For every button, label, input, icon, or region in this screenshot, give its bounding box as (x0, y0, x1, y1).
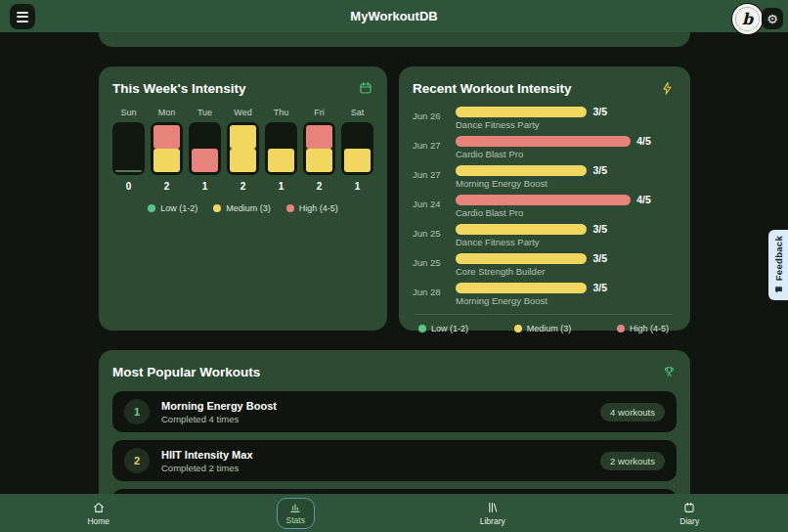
recent-row: Jun 26 3/5 Dance Fitness Party (413, 106, 675, 130)
nav-item-home[interactable]: Home (0, 494, 197, 532)
recent-card-title: Recent Workout Intensity (413, 81, 572, 96)
divider (415, 314, 673, 315)
calendar-icon (358, 80, 373, 96)
recent-row: Jun 27 3/5 Morning Energy Boost (413, 164, 675, 189)
day-bar-sat (341, 122, 373, 175)
day-bar-tue (189, 122, 221, 175)
popular-card-title: Most Popular Workouts (112, 365, 260, 379)
rating-bar (456, 224, 587, 235)
feedback-label: Feedback (773, 236, 784, 281)
rating-bar (456, 136, 631, 147)
rating-bar (456, 165, 587, 176)
day-bar-fri (303, 122, 335, 175)
bottom-nav: Home Stats Library Diary (0, 494, 788, 532)
day-bar-sun (112, 122, 145, 175)
feedback-chat-icon (774, 286, 783, 294)
trophy-icon (661, 364, 677, 379)
settings-gear-icon[interactable]: ⚙ (762, 8, 783, 29)
high-dot (617, 325, 625, 332)
day-column: Thu 1 (265, 108, 297, 192)
recent-intensity-card: Recent Workout Intensity Jun 26 3/5 Danc… (399, 66, 690, 331)
recent-bar-chart: Jun 26 3/5 Dance Fitness Party Jun 27 4/… (413, 106, 675, 306)
partial-scrolled-card (99, 32, 690, 47)
day-column: Tue 1 (189, 108, 221, 192)
lightning-icon (659, 80, 675, 96)
nav-item-library[interactable]: Library (394, 494, 591, 532)
app-title: MyWorkoutDB (350, 9, 437, 23)
nav-active-indicator: Stats (277, 498, 315, 529)
recent-row: Jun 24 4/5 Cardio Blast Pro (413, 194, 675, 218)
rating-bar (456, 253, 587, 264)
rating-bar (456, 195, 631, 205)
top-bar: MyWorkoutDB b ⚙ (0, 0, 788, 32)
week-bar-chart: Sun 0 Mon 2 Tue 1 Wed 2 Thu 1 Fri 2 (112, 108, 373, 192)
rating-bar (456, 107, 587, 117)
day-column: Sat 1 (341, 108, 373, 192)
home-icon (92, 501, 106, 514)
day-column: Fri 2 (303, 108, 335, 192)
week-card-title: This Week's Intensity (112, 81, 246, 96)
hamburger-menu-button[interactable] (10, 4, 35, 29)
feedback-tab[interactable]: Feedback (768, 230, 788, 300)
logo-letter: b (742, 10, 753, 28)
popular-item[interactable]: 2 HIIT Intensity Max Completed 2 times 2… (112, 440, 677, 481)
week-legend: Low (1-2) Medium (3) High (4-5) (112, 203, 373, 213)
medium-dot (514, 325, 522, 332)
week-intensity-card: This Week's Intensity Sun 0 Mon 2 Tue 1 … (99, 66, 387, 331)
diary-icon (682, 501, 696, 514)
day-bar-mon (151, 122, 183, 175)
recent-row: Jun 25 3/5 Core Strength Builder (413, 252, 675, 277)
brand-logo[interactable]: b (732, 4, 763, 34)
day-column: Sun 0 (112, 108, 145, 192)
recent-row: Jun 25 3/5 Dance Fitness Party (413, 223, 675, 247)
rating-bar (456, 283, 587, 293)
day-column: Wed 2 (227, 108, 259, 192)
workout-count-badge: 4 workouts (600, 403, 665, 421)
day-bar-wed (227, 122, 259, 175)
low-dot (148, 204, 155, 212)
low-dot (418, 325, 426, 332)
library-icon (486, 501, 500, 514)
recent-row: Jun 28 3/5 Morning Energy Boost (413, 282, 675, 306)
medium-dot (213, 204, 221, 212)
day-column: Mon 2 (151, 108, 183, 192)
rank-badge: 2 (124, 448, 150, 473)
rank-badge: 1 (124, 399, 150, 424)
high-dot (286, 204, 294, 212)
recent-legend: Low (1-2) Medium (3) High (4-5) (413, 324, 675, 333)
recent-row: Jun 27 4/5 Cardio Blast Pro (413, 135, 675, 159)
stats-icon (288, 501, 302, 514)
nav-item-diary[interactable]: Diary (591, 494, 788, 532)
nav-item-stats[interactable]: Stats (197, 494, 395, 532)
day-bar-thu (265, 122, 297, 175)
workout-count-badge: 2 workouts (600, 452, 665, 470)
popular-item[interactable]: 1 Morning Energy Boost Completed 4 times… (112, 391, 677, 432)
